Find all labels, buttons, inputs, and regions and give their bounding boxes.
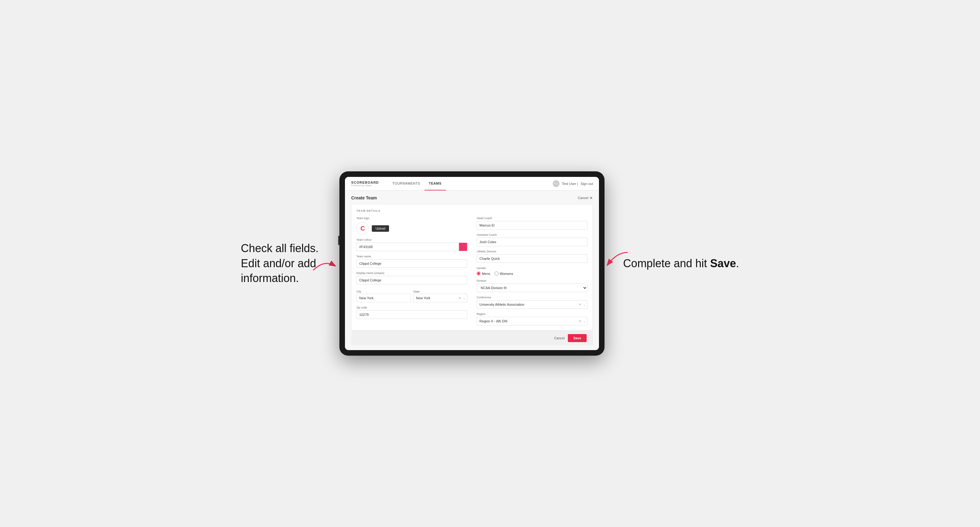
gender-field: Gender Mens Womens bbox=[477, 267, 587, 276]
team-name-input[interactable] bbox=[356, 259, 467, 268]
zip-label: Zip code bbox=[356, 306, 467, 309]
zip-input[interactable] bbox=[356, 310, 467, 319]
left-arrow-icon bbox=[312, 258, 336, 273]
form-card: TEAM DETAILS Team logo C bbox=[351, 204, 593, 331]
nav-tournaments[interactable]: TOURNAMENTS bbox=[388, 177, 425, 190]
head-coach-field: Head Coach bbox=[477, 217, 587, 230]
page-header: Create Team Cancel ✕ bbox=[351, 195, 593, 200]
header-cancel-button[interactable]: Cancel ✕ bbox=[578, 196, 593, 200]
user-name: Test User | bbox=[562, 182, 578, 186]
right-arrow-icon bbox=[605, 249, 629, 268]
footer-save-button[interactable]: Save bbox=[568, 334, 587, 342]
team-logo-field: Team logo C Upload bbox=[356, 217, 467, 235]
tablet-frame: SCOREBOARD Powered by clippd TOURNAMENTS… bbox=[339, 171, 605, 356]
athletic-director-input[interactable] bbox=[477, 254, 587, 263]
gender-radio-group: Mens Womens bbox=[477, 271, 587, 276]
conference-select[interactable]: University Athletic Association bbox=[477, 300, 587, 309]
city-label: City bbox=[356, 290, 361, 293]
athletic-director-label: Athletic Director bbox=[477, 250, 587, 253]
gender-womens-option[interactable]: Womens bbox=[495, 271, 513, 276]
form-right: Head Coach Assistant Coach Athletic Dire… bbox=[477, 217, 587, 325]
instruction-right-text: Complete and hit bbox=[623, 257, 710, 270]
athletic-director-field: Athletic Director bbox=[477, 250, 587, 263]
save-emphasis: Save bbox=[710, 257, 736, 270]
state-label: State bbox=[413, 290, 420, 293]
gender-mens-radio[interactable] bbox=[477, 271, 480, 276]
instruction-right: Complete and hit Save. bbox=[623, 256, 739, 271]
team-colour-input[interactable] bbox=[356, 243, 459, 251]
form-left: Team logo C Upload Team colo bbox=[356, 217, 467, 325]
assistant-coach-input[interactable] bbox=[477, 238, 587, 246]
region-select-wrapper: Region II - (M) DIII ✕ ⌄ bbox=[477, 317, 587, 325]
upload-button[interactable]: Upload bbox=[372, 225, 389, 232]
city-state-field: City State New York bbox=[356, 288, 467, 302]
conference-select-wrapper: University Athletic Association ✕ ⌄ bbox=[477, 300, 587, 309]
state-clear-button[interactable]: ✕ bbox=[458, 296, 461, 300]
footer-cancel-button[interactable]: Cancel bbox=[554, 336, 565, 340]
logo-letter: C bbox=[360, 225, 365, 232]
zip-code-field: Zip code bbox=[356, 306, 467, 319]
division-field: Division NCAA Division III NCAA Division… bbox=[477, 279, 587, 292]
main-content: Create Team Cancel ✕ TEAM DETAILS bbox=[345, 190, 599, 350]
gender-womens-radio[interactable] bbox=[495, 271, 498, 276]
city-state-row: City State New York bbox=[356, 288, 467, 302]
page-title: Create Team bbox=[351, 195, 377, 200]
state-select-wrapper: New York ✕ ⌄ bbox=[413, 294, 467, 302]
display-name-label: Display name (unique) bbox=[356, 271, 467, 275]
gender-mens-label: Mens bbox=[482, 272, 490, 276]
logo-area: SCOREBOARD Powered by clippd bbox=[351, 181, 379, 186]
city-input[interactable] bbox=[356, 294, 410, 302]
gender-womens-label: Womens bbox=[500, 272, 513, 276]
division-select[interactable]: NCAA Division III NCAA Division II NCAA … bbox=[477, 284, 587, 292]
period: . bbox=[736, 257, 739, 270]
team-colour-label: Team colour bbox=[356, 238, 467, 241]
logo-circle: C bbox=[356, 222, 369, 235]
region-label: Region bbox=[477, 313, 587, 316]
color-input-row bbox=[356, 243, 467, 251]
head-coach-label: Head Coach bbox=[477, 217, 587, 220]
logo-text: SCOREBOARD bbox=[351, 181, 379, 184]
state-group: State New York ✕ ⌄ bbox=[413, 288, 467, 302]
navbar: SCOREBOARD Powered by clippd TOURNAMENTS… bbox=[345, 177, 599, 190]
logo-upload-area: C Upload bbox=[356, 222, 467, 235]
region-select[interactable]: Region II - (M) DIII bbox=[477, 317, 587, 325]
nav-links: TOURNAMENTS TEAMS bbox=[388, 177, 553, 190]
user-avatar: TU bbox=[553, 180, 560, 187]
logo-sub: Powered by clippd bbox=[351, 184, 379, 186]
city-group: City bbox=[356, 288, 410, 302]
assistant-coach-label: Assistant Coach bbox=[477, 233, 587, 237]
region-clear-button[interactable]: ✕ bbox=[579, 319, 581, 323]
conference-field: Conference University Athletic Associati… bbox=[477, 296, 587, 309]
conference-label: Conference bbox=[477, 296, 587, 299]
color-swatch[interactable] bbox=[459, 243, 467, 251]
display-name-input[interactable] bbox=[356, 276, 467, 284]
team-colour-field: Team colour bbox=[356, 238, 467, 251]
page-wrapper: Check all fields. Edit and/or add inform… bbox=[12, 171, 968, 356]
team-name-label: Team name bbox=[356, 255, 467, 258]
display-name-field: Display name (unique) bbox=[356, 271, 467, 284]
tablet-screen: SCOREBOARD Powered by clippd TOURNAMENTS… bbox=[345, 177, 599, 350]
conference-clear-button[interactable]: ✕ bbox=[579, 303, 581, 306]
assistant-coach-field: Assistant Coach bbox=[477, 233, 587, 246]
sign-out-link[interactable]: Sign out bbox=[581, 182, 593, 186]
gender-label: Gender bbox=[477, 267, 587, 270]
close-icon: ✕ bbox=[589, 196, 593, 200]
nav-teams[interactable]: TEAMS bbox=[425, 177, 446, 190]
form-grid: Team logo C Upload Team colo bbox=[356, 217, 587, 325]
instruction-left: Check all fields. Edit and/or add inform… bbox=[241, 241, 321, 286]
head-coach-input[interactable] bbox=[477, 221, 587, 230]
team-logo-label: Team logo bbox=[356, 217, 467, 220]
section-label: TEAM DETAILS bbox=[356, 209, 587, 212]
nav-right: TU Test User | Sign out bbox=[553, 180, 593, 187]
form-footer: Cancel Save bbox=[351, 331, 593, 345]
division-label: Division bbox=[477, 279, 587, 282]
region-field: Region Region II - (M) DIII ✕ ⌄ bbox=[477, 313, 587, 325]
team-name-field: Team name bbox=[356, 255, 467, 268]
gender-mens-option[interactable]: Mens bbox=[477, 271, 490, 276]
